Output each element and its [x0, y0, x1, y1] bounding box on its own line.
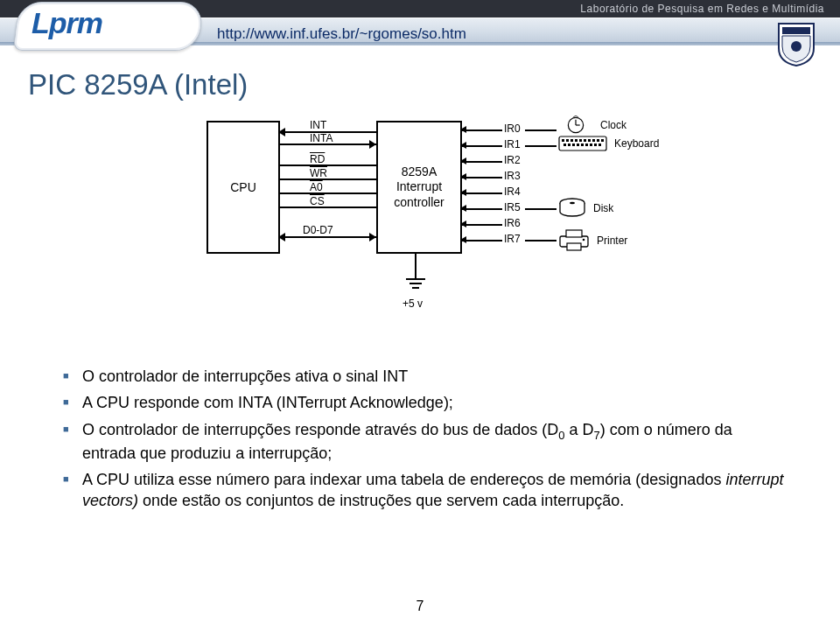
- label-data: D0-D7: [303, 224, 333, 236]
- printer-icon: [558, 229, 590, 252]
- svg-rect-21: [590, 144, 592, 146]
- svg-point-0: [791, 41, 802, 52]
- svg-rect-28: [567, 243, 581, 250]
- svg-rect-19: [581, 144, 584, 146]
- label-ir2: IR2: [504, 154, 521, 166]
- bullet-1: O controlador de interrupções ativa o si…: [63, 366, 788, 387]
- page-number: 7: [0, 598, 840, 614]
- page-url: http://www.inf.ufes.br/~rgomes/so.htm: [217, 25, 466, 43]
- svg-point-29: [583, 239, 585, 242]
- device-clock: Clock: [558, 116, 626, 135]
- svg-rect-7: [570, 139, 573, 142]
- label-ir0: IR0: [504, 122, 521, 135]
- pic-block: 8259A Interrupt controller: [376, 121, 462, 254]
- svg-rect-5: [562, 139, 564, 142]
- pic-diagram: CPU 8259A Interrupt controller INT INTA …: [206, 112, 662, 322]
- disk-icon: [558, 198, 586, 219]
- svg-point-25: [570, 202, 575, 204]
- svg-rect-13: [597, 139, 599, 142]
- label-wr: WR: [310, 167, 327, 179]
- svg-rect-27: [566, 230, 582, 237]
- svg-rect-8: [575, 139, 578, 142]
- device-printer: Printer: [558, 229, 627, 252]
- label-rd: RD: [310, 153, 325, 165]
- header: Laboratório de Pesquisa em Redes e Multi…: [0, 0, 840, 47]
- svg-rect-18: [577, 144, 579, 146]
- keyboard-icon: [558, 135, 607, 152]
- cpu-block: CPU: [206, 121, 280, 254]
- label-cs: CS: [310, 195, 325, 207]
- bullet-4: A CPU utiliza esse número para indexar u…: [63, 469, 788, 512]
- bullet-list: O controlador de interrupções ativa o si…: [63, 366, 788, 517]
- svg-rect-14: [601, 139, 604, 142]
- svg-rect-15: [564, 144, 566, 146]
- label-ir6: IR6: [504, 217, 521, 229]
- label-ir4: IR4: [504, 186, 521, 198]
- svg-rect-9: [579, 139, 582, 142]
- university-shield-icon: [777, 22, 816, 67]
- label-ir5: IR5: [504, 201, 521, 214]
- svg-rect-11: [588, 139, 591, 142]
- label-inta: INTA: [310, 132, 332, 144]
- svg-rect-22: [594, 144, 597, 146]
- device-disk: Disk: [558, 198, 613, 219]
- clock-icon: [558, 116, 593, 135]
- svg-rect-20: [585, 144, 588, 146]
- label-plus5v: +5 v: [402, 298, 423, 310]
- bullet-2: A CPU responde com INTA (INTerrupt Ackno…: [63, 392, 788, 413]
- logo-text: Lprm: [32, 6, 102, 40]
- page-title: PIC 8259A (Intel): [28, 68, 248, 102]
- svg-rect-12: [592, 139, 595, 142]
- label-ir7: IR7: [504, 233, 521, 245]
- device-keyboard: Keyboard: [558, 135, 659, 152]
- label-ir3: IR3: [504, 170, 521, 182]
- svg-rect-10: [584, 139, 586, 142]
- label-a0: A0: [310, 181, 323, 193]
- label-ir1: IR1: [504, 138, 521, 150]
- logo: Lprm: [16, 2, 200, 52]
- label-int: INT: [310, 119, 326, 131]
- svg-rect-16: [568, 144, 570, 146]
- svg-rect-6: [566, 139, 569, 142]
- bullet-3: O controlador de interrupções responde a…: [63, 419, 788, 464]
- svg-rect-17: [572, 144, 575, 146]
- svg-rect-23: [598, 144, 601, 146]
